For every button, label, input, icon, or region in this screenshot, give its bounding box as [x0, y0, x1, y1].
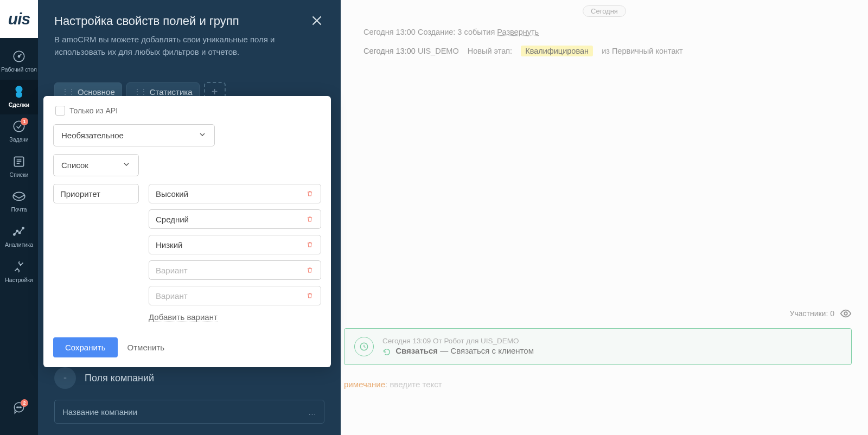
timeline-row: Сегодня 13:00 Создание: 3 события Развер… [363, 26, 852, 39]
note-placeholder: : введите текст [385, 380, 442, 389]
deals-icon [11, 84, 27, 99]
api-only-row[interactable]: Только из API [53, 106, 321, 116]
save-button[interactable]: Сохранить [53, 337, 118, 357]
field-editor-modal: Только из API Необязательное Список Прио… [43, 96, 331, 367]
participants[interactable]: Участники: 0 [790, 308, 852, 319]
delete-icon[interactable] [305, 240, 314, 249]
nav-label: Настройки [5, 277, 33, 284]
overlay-dim [341, 0, 868, 435]
timeline-text: Сегодня 13:00 Создание: 3 события [363, 28, 495, 36]
timeline-user: UIS_DEMO [418, 47, 459, 55]
status-chip: Квалифицирован [521, 46, 593, 56]
cancel-button[interactable]: Отменить [127, 343, 165, 352]
timeline-time: Сегодня 13:00 [363, 47, 416, 55]
field-name-value: Приоритет [60, 189, 100, 199]
note-row[interactable]: римечание: введите текст [344, 380, 442, 389]
settings-icon [11, 259, 27, 274]
nav-label: Задачи [9, 136, 28, 143]
api-only-label: Только из API [69, 106, 118, 115]
panel-subtitle: В amoCRM вы можете добавлять свои уникал… [54, 34, 288, 58]
nav-lists[interactable]: Списки [0, 150, 38, 185]
field-placeholder: Название компании [62, 407, 137, 417]
today-chip: Сегодня [583, 5, 626, 17]
more-icon: … [308, 407, 316, 417]
mail-icon [11, 189, 27, 204]
select-value: Список [61, 161, 88, 170]
delete-icon[interactable] [305, 215, 314, 223]
drag-handle-icon: ⋮⋮ [61, 87, 74, 96]
dashboard-icon [11, 49, 27, 64]
nav-chat[interactable]: 2 [0, 396, 38, 424]
chat-badge: 2 [21, 399, 28, 407]
tab-label: Статистика [150, 87, 193, 97]
option-value: Низкий [156, 240, 182, 250]
delete-icon[interactable] [305, 291, 314, 300]
company-icon [54, 367, 76, 389]
option-value: Высокий [156, 189, 188, 199]
option-input[interactable]: Низкий [149, 235, 321, 254]
timeline-from: из Первичный контакт [602, 47, 683, 55]
select-value: Необязательное [61, 131, 124, 140]
option-input-empty[interactable]: Вариант [149, 260, 321, 280]
task-action: Связаться [395, 346, 438, 355]
add-option-link[interactable]: Добавить вариант [149, 312, 218, 322]
note-label: римечание [344, 380, 385, 389]
modal-actions: Сохранить Отменить [53, 337, 321, 357]
field-name-input[interactable]: Приоритет [53, 184, 139, 203]
svg-point-19 [844, 312, 847, 315]
nav-analytics[interactable]: Аналитика [0, 220, 38, 255]
task-desc: — Связаться с клиентом [438, 346, 534, 355]
sidebar-nav: Рабочий стол Сделки 1 Задачи Списки По [0, 38, 38, 435]
api-only-checkbox[interactable] [55, 106, 65, 116]
tasks-badge: 1 [21, 118, 28, 125]
svg-rect-18 [64, 378, 67, 379]
nav-mail[interactable]: Почта [0, 184, 38, 220]
chevron-down-icon [198, 130, 207, 140]
nav-settings[interactable]: Настройки [0, 255, 38, 290]
task-main: Связаться — Связаться с клиентом [382, 346, 534, 356]
nav-label: Почта [11, 206, 27, 213]
nav-label: Списки [10, 171, 29, 178]
analytics-icon [11, 224, 27, 239]
timeline-label: Новый этап: [468, 47, 512, 55]
reload-icon [382, 348, 391, 356]
nav-label: Аналитика [5, 241, 33, 248]
svg-point-13 [17, 407, 18, 408]
delete-icon[interactable] [305, 189, 314, 198]
options-list: Высокий Средний Низкий Вариант [149, 184, 321, 322]
timeline-row: Сегодня 13:00 UIS_DEMO Новый этап: Квали… [363, 45, 852, 57]
expand-link[interactable]: Развернуть [497, 28, 539, 36]
logo-text: uis [8, 10, 30, 28]
company-fields-section: Поля компаний [54, 367, 324, 389]
deal-timeline-area: Сегодня Сегодня 13:00 Создание: 3 событи… [341, 0, 868, 435]
option-input-empty[interactable]: Вариант [149, 286, 321, 305]
svg-point-8 [14, 234, 15, 235]
logo-area: uis [0, 0, 38, 38]
nav-dashboard[interactable]: Рабочий стол [0, 44, 38, 80]
sidebar: uis Рабочий стол Сделки 1 Задачи Спис [0, 0, 38, 435]
section-title: Поля компаний [85, 373, 154, 384]
timeline: Сегодня 13:00 Создание: 3 события Развер… [363, 26, 852, 64]
nav-deals[interactable]: Сделки [0, 80, 38, 115]
type-select[interactable]: Список [53, 154, 139, 176]
svg-point-15 [20, 407, 21, 408]
delete-icon[interactable] [305, 266, 314, 274]
required-select[interactable]: Необязательное [53, 124, 215, 146]
drag-handle-icon: ⋮⋮ [133, 87, 146, 96]
svg-point-14 [18, 407, 20, 408]
option-input[interactable]: Средний [149, 209, 321, 229]
participants-label: Участники: 0 [790, 309, 834, 318]
nav-tasks[interactable]: 1 Задачи [0, 114, 38, 150]
clock-icon [354, 337, 374, 356]
option-input[interactable]: Высокий [149, 184, 321, 203]
company-name-field[interactable]: Название компании … [54, 400, 324, 424]
svg-point-7 [13, 193, 25, 201]
svg-point-11 [22, 227, 24, 229]
task-card[interactable]: Сегодня 13:09 От Робот для UIS_DEMO Связ… [344, 328, 852, 365]
lists-icon [11, 154, 27, 169]
svg-point-1 [18, 55, 20, 57]
close-button[interactable] [309, 13, 324, 28]
svg-point-10 [18, 232, 20, 234]
nav-label: Сделки [9, 101, 29, 108]
option-value: Средний [156, 215, 189, 224]
